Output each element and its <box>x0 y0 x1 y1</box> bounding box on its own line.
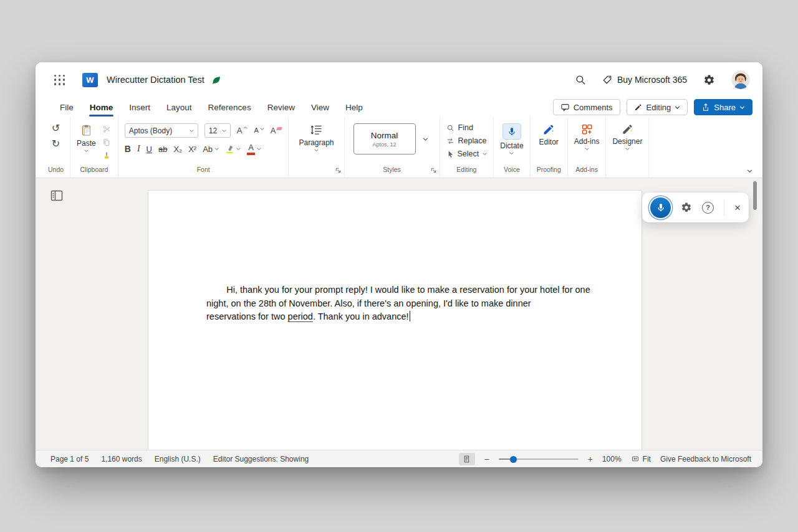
dictate-mic-icon <box>502 123 521 140</box>
avatar[interactable] <box>731 70 750 89</box>
ribbon-group-designer: Designer <box>606 117 649 178</box>
ribbon-group-clipboard: Paste Clipboard <box>70 117 118 178</box>
editor-button[interactable]: Editor <box>539 123 559 146</box>
format-painter-icon[interactable] <box>102 151 111 161</box>
buy-label: Buy Microsoft 365 <box>617 75 687 85</box>
clear-formatting-button[interactable]: A <box>271 126 282 135</box>
strikethrough-button[interactable]: ab <box>158 145 167 153</box>
status-bar: Page 1 of 5 1,160 words English (U.S.) E… <box>36 450 762 467</box>
redo-icon[interactable]: ↻ <box>52 139 60 149</box>
nav-pane-icon[interactable] <box>49 188 64 203</box>
language-indicator[interactable]: English (U.S.) <box>155 455 201 463</box>
statusbar-right-controls: − + 100% Fit Give Feedback to Microsoft <box>459 453 751 465</box>
feedback-link[interactable]: Give Feedback to Microsoft <box>660 455 751 463</box>
editing-mode-dropdown[interactable]: Editing <box>627 99 688 115</box>
style-normal-tile[interactable]: Normal Aptos, 12 <box>353 123 416 154</box>
select-icon <box>446 150 454 158</box>
italic-button[interactable]: I <box>137 145 140 153</box>
dictation-settings-gear-icon[interactable] <box>681 202 692 213</box>
paste-button[interactable]: Paste <box>77 123 96 161</box>
cut-icon[interactable] <box>102 125 112 134</box>
zoom-slider[interactable] <box>499 455 579 463</box>
titlebar-right-controls: Buy Microsoft 365 <box>575 70 750 89</box>
document-text[interactable]: Hi, thank you for your prompt reply! I w… <box>206 270 590 338</box>
ribbon-group-undo: ↺ ↻ Undo <box>42 117 70 178</box>
grow-font-button[interactable]: A <box>237 126 248 135</box>
font-size-select[interactable]: 12 <box>204 123 231 138</box>
dictation-help-icon[interactable]: ? <box>702 202 714 214</box>
ribbon-group-font: Aptos (Body) 12 A A <box>118 117 289 178</box>
dictation-close-icon[interactable]: × <box>734 202 741 213</box>
text-cursor <box>410 311 411 321</box>
add-ins-icon <box>581 123 593 135</box>
zoom-level[interactable]: 100% <box>602 455 622 463</box>
mic-button-icon[interactable] <box>650 197 671 218</box>
menu-tab-file[interactable]: File <box>59 99 74 116</box>
find-icon <box>446 124 454 132</box>
designer-button[interactable]: Designer <box>612 123 642 150</box>
word-count[interactable]: 1,160 words <box>101 455 142 463</box>
ribbon-group-proofing: Editor Proofing <box>531 117 568 178</box>
ribbon-group-paragraph: Paragraph <box>289 117 344 178</box>
menu-tab-help[interactable]: Help <box>345 99 363 116</box>
app-launcher-icon[interactable] <box>54 75 65 85</box>
editor-suggestions[interactable]: Editor Suggestions: Showing <box>213 455 309 463</box>
saved-leaf-icon[interactable] <box>211 75 221 85</box>
share-icon <box>701 103 710 112</box>
buy-tag-icon <box>602 75 612 85</box>
dialog-launcher-icon[interactable] <box>335 167 342 174</box>
buy-microsoft-365-button[interactable]: Buy Microsoft 365 <box>602 75 687 85</box>
menubar-right-controls: Comments Editing Share <box>553 99 752 115</box>
word-logo[interactable]: W <box>82 73 98 87</box>
collapse-ribbon-chevron[interactable] <box>747 169 752 173</box>
change-case-button[interactable]: Ab <box>203 145 219 153</box>
menu-tab-references[interactable]: References <box>208 99 252 116</box>
styles-gallery-expand[interactable] <box>420 135 431 143</box>
settings-gear-icon[interactable] <box>703 74 715 86</box>
menu-tab-view[interactable]: View <box>310 99 330 116</box>
font-color-button[interactable]: A <box>247 143 261 155</box>
font-family-select[interactable]: Aptos (Body) <box>125 123 198 138</box>
menu-tab-home[interactable]: Home <box>89 99 114 116</box>
document-canvas: Hi, thank you for your prompt reply! I w… <box>36 178 762 450</box>
fit-button[interactable]: Fit <box>631 455 651 463</box>
search-icon[interactable] <box>575 74 586 85</box>
document-page[interactable]: Hi, thank you for your prompt reply! I w… <box>148 190 642 450</box>
menu-tab-layout[interactable]: Layout <box>166 99 193 116</box>
zoom-slider-thumb[interactable] <box>510 456 517 463</box>
comments-button[interactable]: Comments <box>553 99 620 115</box>
page-count[interactable]: Page 1 of 5 <box>50 455 89 463</box>
menu-tab-insert[interactable]: Insert <box>128 99 151 116</box>
menu-tab-review[interactable]: Review <box>267 99 296 116</box>
vertical-scrollbar-thumb[interactable] <box>753 181 757 210</box>
addins-group-label: Add-ins <box>575 164 598 176</box>
superscript-button[interactable]: X² <box>188 145 196 153</box>
undo-group-label: Undo <box>48 164 64 176</box>
underline-button[interactable]: U <box>147 145 152 153</box>
replace-button[interactable]: Replace <box>446 136 487 145</box>
select-button[interactable]: Select <box>446 150 488 158</box>
highlight-icon <box>225 145 234 154</box>
highlight-color-button[interactable] <box>225 145 241 154</box>
ribbon-tab-bar: File Home Insert Layout References Revie… <box>36 97 762 117</box>
editing-group-label: Editing <box>456 164 476 176</box>
proofing-group-label: Proofing <box>537 164 561 176</box>
subscript-button[interactable]: X₂ <box>173 145 182 153</box>
flagged-word[interactable]: period <box>288 311 313 321</box>
zoom-in-button[interactable]: + <box>588 455 593 463</box>
dictate-button[interactable]: Dictate <box>500 123 523 154</box>
bold-button[interactable]: B <box>125 145 131 153</box>
copy-icon[interactable] <box>102 138 111 147</box>
share-button[interactable]: Share <box>694 99 752 115</box>
dialog-launcher-icon[interactable] <box>430 167 437 174</box>
paragraph-button[interactable]: Paragraph <box>299 123 334 151</box>
voice-group-label: Voice <box>504 164 520 176</box>
find-button[interactable]: Find <box>446 123 473 132</box>
add-ins-button[interactable]: Add-ins <box>574 123 600 150</box>
dictation-divider <box>724 199 724 216</box>
zoom-out-button[interactable]: − <box>484 455 489 463</box>
shrink-font-button[interactable]: A <box>254 127 264 134</box>
undo-icon[interactable]: ↺ <box>52 123 60 133</box>
print-layout-icon[interactable] <box>459 453 475 465</box>
clear-formatting-eraser-icon <box>277 127 283 130</box>
